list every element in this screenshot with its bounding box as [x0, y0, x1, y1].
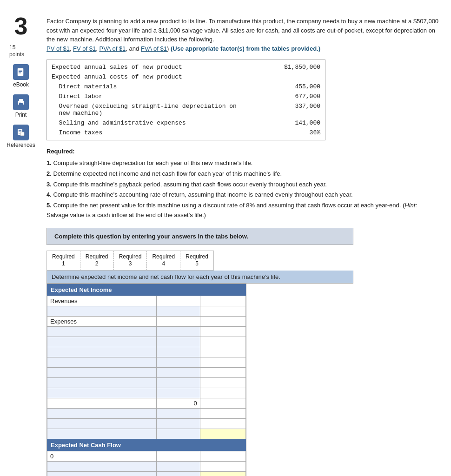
expense-val-5[interactable]: [159, 369, 197, 376]
expense-val-3[interactable]: [159, 349, 197, 356]
sidebar: 3 15 points eBook: [0, 9, 42, 476]
income-col2-1: [200, 306, 245, 316]
income-sub-label-1[interactable]: [50, 410, 153, 417]
income-val-input-1[interactable]: [159, 308, 197, 315]
required-item-3: 3. Compute this machine's payback period…: [46, 180, 440, 190]
expenses-col2: [200, 316, 245, 326]
required-section: Required:: [46, 148, 440, 155]
required-header: Required:: [46, 148, 75, 155]
total-expenses-row: 0: [47, 398, 246, 408]
expense-row-5: [47, 367, 246, 377]
expense-label-4[interactable]: [50, 359, 153, 366]
tab-required-2[interactable]: Required2: [80, 251, 114, 270]
fva-link[interactable]: FVA of $1: [141, 45, 167, 52]
tab-required-4[interactable]: Required4: [147, 251, 180, 270]
cash-col2-0: [200, 451, 245, 461]
expense-label-2[interactable]: [50, 338, 153, 345]
problem-text: Factor Company is planning to add a new …: [46, 17, 440, 53]
income-input-label-1[interactable]: [47, 306, 157, 316]
svg-rect-11: [19, 133, 20, 133]
data-row-6-value: 141,000: [272, 118, 325, 128]
net-income-table: Revenues Expenses: [47, 296, 246, 439]
income-sub-row-1: [47, 408, 246, 418]
tab-required-3[interactable]: Required3: [114, 251, 147, 270]
net-cash-header: Expected Net Cash Flow: [47, 439, 246, 451]
net-income-header: Expected Net Income: [47, 284, 246, 296]
tabs-container: Required1 Required2 Required3 Required4 …: [46, 251, 214, 271]
expense-val-4[interactable]: [159, 359, 197, 366]
cash-label-2[interactable]: [50, 473, 153, 476]
expense-row-2: [47, 337, 246, 347]
fv-link[interactable]: FV of $1: [73, 45, 96, 52]
expense-val-6[interactable]: [159, 379, 197, 386]
references-label: References: [7, 142, 35, 148]
answer-table-container: Expected Net Income Revenues Expenses: [46, 284, 246, 476]
income-sub-label-2[interactable]: [50, 420, 153, 427]
main-content: Factor Company is planning to add a new …: [42, 9, 451, 476]
expense-label-1[interactable]: [50, 328, 153, 335]
cash-val-2[interactable]: [159, 473, 197, 476]
tab-required-5[interactable]: Required5: [180, 251, 213, 270]
data-row-1-value: $1,850,000: [272, 60, 325, 73]
pv-link[interactable]: PV of $1: [46, 45, 70, 52]
expenses-col1: [156, 316, 200, 326]
svg-rect-2: [19, 71, 22, 72]
income-final-val[interactable]: [159, 430, 197, 437]
data-row-3-label: Direct materials: [47, 82, 272, 92]
svg-rect-9: [19, 130, 21, 131]
expense-val-7[interactable]: [159, 390, 197, 397]
income-sub-val-1[interactable]: [159, 410, 197, 417]
expense-label-5[interactable]: [50, 369, 153, 376]
cash-row-0: 0: [47, 451, 246, 461]
required-item-1: 1. Compute straight-line depreciation fo…: [46, 159, 440, 168]
cash-label-0: 0: [47, 451, 157, 461]
cash-row-2: [47, 471, 246, 476]
income-final-row: [47, 429, 246, 439]
expense-label-3[interactable]: [50, 349, 153, 356]
expense-row-4: [47, 357, 246, 367]
cash-val-1[interactable]: [159, 463, 197, 470]
expenses-label: Expenses: [47, 316, 157, 326]
data-row-5-label: Overhead (excluding straight-line deprec…: [47, 101, 272, 118]
expense-row-6: [47, 377, 246, 388]
expense-label-7[interactable]: [50, 390, 153, 397]
svg-rect-5: [19, 99, 23, 101]
points-label: points: [9, 51, 24, 58]
required-item-4: 4. Compute this machine's accounting rat…: [46, 190, 440, 200]
svg-rect-3: [19, 73, 21, 73]
data-row-5-value: 337,000: [272, 101, 325, 118]
question-number: 3: [14, 14, 28, 38]
points-value: 15: [9, 44, 15, 51]
use-factors-text: (Use appropriate factor(s) from the tabl…: [171, 45, 320, 52]
print-label: Print: [15, 112, 27, 118]
income-input-val-1[interactable]: [156, 306, 200, 316]
data-row-3-value: 455,000: [272, 82, 325, 92]
tab-required-1[interactable]: Required1: [47, 251, 80, 270]
data-row-6-label: Selling and administrative expenses: [47, 118, 272, 128]
ebook-icon: [13, 64, 29, 80]
cash-row-1: [47, 461, 246, 471]
total-expenses-value: 0: [156, 398, 200, 408]
print-button[interactable]: Print: [13, 94, 29, 118]
expense-val-1[interactable]: [159, 328, 197, 335]
income-final-yellow: [200, 429, 245, 439]
expense-row-3: [47, 347, 246, 357]
ebook-label: eBook: [13, 81, 29, 88]
ebook-button[interactable]: eBook: [13, 64, 29, 88]
svg-rect-0: [18, 68, 23, 76]
income-sub-val-2[interactable]: [159, 420, 197, 427]
pva-link[interactable]: PVA of $1: [99, 45, 126, 52]
income-input-1[interactable]: [50, 308, 153, 315]
data-table: Expected annual sales of new product $1,…: [46, 60, 325, 140]
revenues-col2: [200, 296, 245, 306]
data-row-4-value: 677,000: [272, 92, 325, 101]
data-row-7-value: 36%: [272, 128, 325, 140]
references-button[interactable]: References: [7, 125, 35, 148]
income-sub-row-2: [47, 418, 246, 429]
expense-label-6[interactable]: [50, 379, 153, 386]
required-item-2: 2. Determine expected net income and net…: [46, 169, 440, 179]
cash-label-1[interactable]: [50, 463, 153, 470]
net-cash-table: 0: [47, 451, 246, 476]
income-final-label[interactable]: [50, 430, 153, 437]
expense-val-2[interactable]: [159, 338, 197, 345]
